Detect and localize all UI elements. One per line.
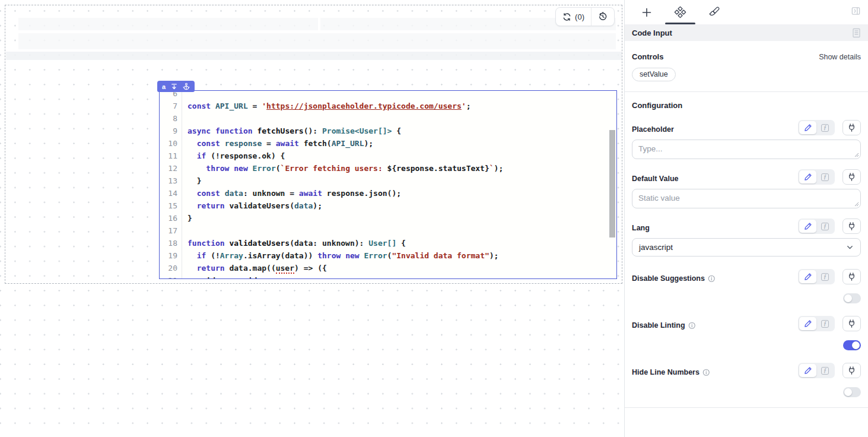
info-icon[interactable]: [708, 275, 716, 283]
default-value-input[interactable]: [632, 189, 861, 208]
edit-mode-button[interactable]: [799, 220, 816, 233]
field-label: Placeholder: [632, 125, 674, 135]
resize-handle-icon[interactable]: [854, 202, 859, 207]
plug-icon: [847, 366, 856, 375]
plug-icon: [847, 272, 856, 281]
show-details-button[interactable]: Show details: [819, 53, 861, 61]
mode-switch: ƒ: [798, 120, 835, 135]
tab-components[interactable]: [663, 1, 697, 24]
field-lang: Lang ƒ: [632, 218, 861, 256]
edit-mode-button[interactable]: [799, 364, 816, 377]
components-icon: [674, 6, 686, 18]
docs-icon[interactable]: [852, 28, 861, 38]
refresh-icon: [562, 12, 571, 21]
controls-title: Controls: [632, 52, 663, 61]
info-icon[interactable]: [702, 369, 710, 376]
toggle-knob: [844, 294, 852, 302]
layout-ghost-row: [18, 18, 318, 30]
layout-ghost-row: [18, 33, 616, 49]
code-lines: 67const API_URL = 'https://jsonplacehold…: [160, 90, 616, 279]
fx-mode-button[interactable]: ƒ: [816, 364, 834, 377]
hide-line-numbers-toggle[interactable]: [843, 387, 861, 397]
disable-linting-toggle[interactable]: [843, 340, 861, 350]
property-panel: Code Input Controls Show details setValu…: [624, 0, 868, 437]
anchor-icon[interactable]: [183, 83, 190, 90]
code-input-widget[interactable]: 67const API_URL = 'https://jsonplacehold…: [159, 90, 617, 279]
edit-mode-button[interactable]: [799, 170, 816, 183]
pencil-icon: [804, 173, 812, 181]
widget-name-label: a: [162, 83, 166, 90]
mode-switch: ƒ: [798, 316, 835, 331]
plug-icon: [847, 319, 856, 328]
canvas-action-bar: (0): [555, 7, 615, 26]
chevron-down-icon: [846, 243, 854, 251]
fx-mode-button[interactable]: ƒ: [816, 121, 834, 134]
fx-mode-button[interactable]: ƒ: [816, 270, 834, 283]
section-divider: [625, 91, 868, 92]
history-button[interactable]: [592, 8, 614, 26]
rerun-queries-button[interactable]: (0): [556, 8, 591, 26]
fx-mode-button[interactable]: ƒ: [816, 170, 834, 183]
canvas-area[interactable]: (0) a: [0, 0, 624, 437]
resize-handle-icon[interactable]: [854, 153, 859, 157]
pencil-icon: [804, 222, 812, 230]
setvalue-control-button[interactable]: setValue: [632, 68, 676, 81]
widget-properties-header: Code Input: [625, 24, 868, 41]
mode-switch: ƒ: [798, 169, 835, 185]
field-label: Disable Suggestions: [632, 274, 705, 283]
panel-body: Controls Show details setValue Configura…: [625, 41, 868, 408]
bind-data-button[interactable]: [842, 269, 861, 284]
field-default-value: Default Value ƒ: [632, 169, 861, 208]
edit-mode-button[interactable]: [799, 270, 816, 283]
app-window: (0) a: [0, 0, 868, 437]
edit-mode-button[interactable]: [799, 317, 816, 330]
disable-suggestions-toggle[interactable]: [843, 293, 861, 303]
field-label: Lang: [632, 224, 650, 234]
function-icon: ƒ: [821, 173, 829, 181]
info-icon[interactable]: [688, 322, 696, 330]
field-label: Default Value: [632, 175, 679, 185]
bind-data-button[interactable]: [842, 363, 861, 378]
lang-selected-value: javascript: [639, 243, 673, 252]
collapse-panel-icon[interactable]: [851, 6, 861, 16]
layout-ghost-row: [6, 52, 622, 60]
field-disable-suggestions: Disable Suggestions ƒ: [632, 269, 861, 303]
placeholder-input[interactable]: [632, 140, 861, 159]
function-icon: ƒ: [821, 320, 829, 328]
editor-scrollbar[interactable]: [609, 130, 615, 238]
fx-mode-button[interactable]: ƒ: [816, 220, 834, 233]
pencil-icon: [804, 319, 812, 328]
mode-switch: ƒ: [798, 269, 835, 284]
bind-data-button[interactable]: [842, 218, 861, 234]
tab-styles[interactable]: [697, 1, 731, 24]
function-icon: ƒ: [821, 223, 829, 230]
bind-data-button[interactable]: [842, 316, 861, 331]
function-icon: ƒ: [821, 124, 829, 132]
widget-name-tag[interactable]: a: [157, 81, 195, 92]
plug-icon: [847, 172, 856, 182]
tab-add-widget[interactable]: [629, 1, 663, 24]
function-icon: ƒ: [821, 273, 829, 281]
bind-data-button[interactable]: [842, 120, 861, 135]
history-icon: [598, 12, 608, 21]
fx-mode-button[interactable]: ƒ: [816, 317, 834, 330]
pencil-icon: [804, 273, 812, 281]
configuration-section-header: Configuration: [632, 101, 861, 110]
field-placeholder: Placeholder ƒ: [632, 120, 861, 159]
field-hide-line-numbers: Hide Line Numbers ƒ: [632, 363, 861, 397]
plug-icon: [847, 221, 856, 231]
section-divider: [625, 407, 868, 408]
field-label: Disable Linting: [632, 321, 685, 330]
field-label: Hide Line Numbers: [632, 368, 700, 376]
paintbrush-icon: [708, 6, 720, 18]
plug-icon: [847, 123, 856, 132]
toggle-knob: [852, 341, 860, 349]
controls-section-header: Controls Show details: [632, 52, 861, 61]
bind-data-button[interactable]: [842, 169, 861, 185]
configuration-title: Configuration: [632, 101, 682, 110]
panel-tabs: [625, 0, 868, 24]
lang-select[interactable]: javascript: [632, 238, 861, 256]
edit-mode-button[interactable]: [799, 121, 816, 134]
insert-below-icon[interactable]: [171, 83, 177, 90]
function-icon: ƒ: [821, 367, 829, 375]
